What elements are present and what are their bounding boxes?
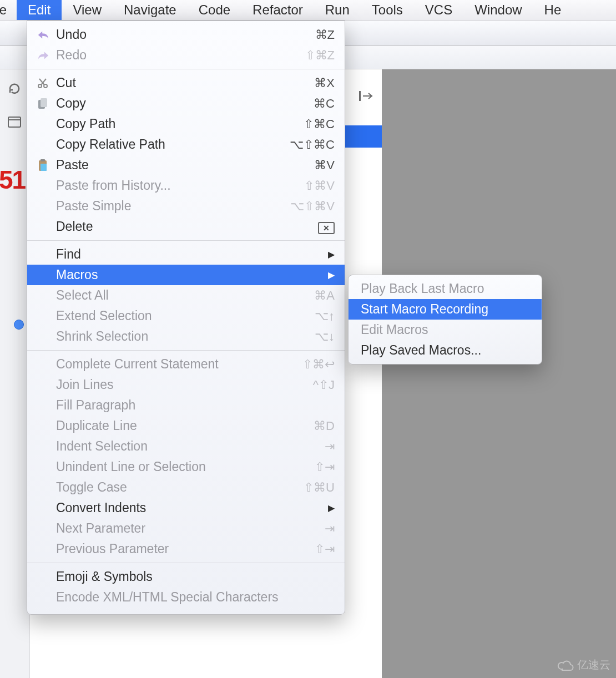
menu-item-copy[interactable]: Copy ⌘C bbox=[27, 93, 345, 114]
menubar-item-refactor[interactable]: Refactor bbox=[241, 0, 314, 21]
menu-item-extend-selection: Extend Selection ⌥↑ bbox=[27, 306, 345, 326]
menubar-item-run[interactable]: Run bbox=[314, 0, 361, 21]
submenu-item-edit-macros: Edit Macros bbox=[349, 320, 542, 340]
menu-item-shortcut: ⌘V bbox=[306, 158, 335, 173]
redo-icon bbox=[37, 50, 56, 60]
watermark: 亿速云 bbox=[557, 657, 610, 672]
menu-item-shortcut: ⇧⌘Z bbox=[297, 48, 335, 63]
menu-item-label: Paste Simple bbox=[56, 199, 282, 214]
menubar-item-edit[interactable]: Edit bbox=[17, 0, 62, 21]
menu-item-paste[interactable]: Paste ⌘V bbox=[27, 155, 345, 175]
menubar-item-label: Code bbox=[199, 2, 230, 17]
editor-area[interactable] bbox=[382, 69, 616, 678]
menubar-item-view[interactable]: View bbox=[62, 0, 113, 21]
cut-icon bbox=[37, 78, 56, 89]
menubar-item-window[interactable]: Window bbox=[463, 0, 533, 21]
menu-item-select-all: Select All ⌘A bbox=[27, 285, 345, 306]
menubar-item-help[interactable]: He bbox=[533, 0, 573, 21]
menu-item-delete[interactable]: Delete ✕ bbox=[27, 216, 345, 237]
menu-item-label: Copy Relative Path bbox=[56, 137, 282, 152]
submenu-item-start-macro-recording[interactable]: Start Macro Recording bbox=[349, 299, 542, 320]
menu-item-label: Macros bbox=[56, 267, 321, 282]
menubar-item-label: He bbox=[544, 2, 562, 17]
submenu-item-label: Edit Macros bbox=[361, 322, 428, 337]
menu-item-fill-paragraph: Fill Paragraph bbox=[27, 395, 345, 416]
menubar-item-label: Edit bbox=[28, 2, 51, 17]
line-number-fragment: 51 bbox=[0, 165, 25, 195]
menu-item-label: Undo bbox=[56, 27, 307, 42]
menu-item-join-lines: Join Lines ^⇧J bbox=[27, 375, 345, 395]
menu-item-label: Indent Selection bbox=[56, 439, 317, 454]
cloud-icon bbox=[557, 659, 574, 671]
menubar-item-label: Navigate bbox=[124, 2, 176, 17]
menu-item-shortcut: ⌥↓ bbox=[307, 330, 335, 344]
menubar-item-code[interactable]: Code bbox=[188, 0, 241, 21]
menu-item-shortcut: ⌘D bbox=[306, 419, 335, 433]
menu-item-label: Extend Selection bbox=[56, 308, 307, 323]
menu-item-cut[interactable]: Cut ⌘X bbox=[27, 73, 345, 93]
menu-item-unindent-line-or-selection: Unindent Line or Selection ⇧⇥ bbox=[27, 457, 345, 477]
menu-item-toggle-case: Toggle Case ⇧⌘U bbox=[27, 477, 345, 498]
menu-item-shortcut: ⌘Z bbox=[307, 28, 335, 42]
menu-item-shortcut: ⇥ bbox=[317, 522, 335, 536]
menubar-item-file[interactable]: ile bbox=[0, 0, 17, 21]
menu-item-label: Paste bbox=[56, 158, 306, 173]
menu-item-macros[interactable]: Macros ▶ bbox=[27, 265, 345, 285]
delete-box-icon: ✕ bbox=[310, 220, 335, 234]
menu-item-label: Select All bbox=[56, 288, 306, 303]
menubar-item-navigate[interactable]: Navigate bbox=[113, 0, 188, 21]
menu-item-label: Redo bbox=[56, 48, 297, 63]
menu-item-label: Join Lines bbox=[56, 377, 305, 392]
menubar-item-vcs[interactable]: VCS bbox=[414, 0, 463, 21]
menu-item-label: Encode XML/HTML Special Characters bbox=[56, 590, 335, 605]
menubar-item-tools[interactable]: Tools bbox=[361, 0, 414, 21]
menu-item-shortcut: ⌘A bbox=[306, 289, 335, 303]
menu-item-label: Cut bbox=[56, 75, 306, 90]
menu-separator bbox=[27, 240, 345, 241]
menu-item-shortcut: ^⇧J bbox=[305, 378, 335, 392]
menu-item-label: Copy Path bbox=[56, 117, 296, 131]
menubar-item-label: Run bbox=[325, 2, 350, 17]
svg-rect-7 bbox=[41, 98, 47, 107]
menu-item-shrink-selection: Shrink Selection ⌥↓ bbox=[27, 326, 345, 347]
refresh-icon[interactable] bbox=[3, 82, 26, 99]
menu-item-convert-indents[interactable]: Convert Indents ▶ bbox=[27, 498, 345, 518]
menu-item-label: Unindent Line or Selection bbox=[56, 459, 307, 474]
macros-submenu: Play Back Last Macro Start Macro Recordi… bbox=[348, 275, 542, 365]
menu-item-label: Emoji & Symbols bbox=[56, 569, 335, 584]
menu-item-copy-relative-path[interactable]: Copy Relative Path ⌥⇧⌘C bbox=[27, 134, 345, 155]
undo-icon bbox=[37, 30, 56, 40]
menu-separator bbox=[27, 69, 345, 69]
menu-item-label: Complete Current Statement bbox=[56, 357, 295, 372]
menu-item-shortcut: ⌘X bbox=[306, 76, 335, 90]
menu-item-shortcut: ⇧⌘↩ bbox=[295, 357, 335, 372]
menu-item-emoji-and-symbols[interactable]: Emoji & Symbols bbox=[27, 566, 345, 587]
menu-item-label: Previous Parameter bbox=[56, 542, 307, 556]
menu-item-label: Toggle Case bbox=[56, 480, 296, 495]
menubar-item-label: ile bbox=[0, 2, 7, 17]
menu-item-find[interactable]: Find ▶ bbox=[27, 244, 345, 265]
menubar-item-label: Refactor bbox=[253, 2, 303, 17]
menu-item-undo[interactable]: Undo ⌘Z bbox=[27, 24, 345, 45]
menu-item-label: Duplicate Line bbox=[56, 418, 306, 433]
submenu-item-play-back-last-macro: Play Back Last Macro bbox=[349, 279, 542, 299]
svg-rect-10 bbox=[41, 164, 47, 171]
menu-item-label: Copy bbox=[56, 96, 306, 111]
menu-item-shortcut: ⇧⌘U bbox=[296, 480, 335, 495]
menu-item-shortcut: ⇧⌘V bbox=[296, 179, 335, 193]
svg-rect-1 bbox=[8, 117, 21, 127]
menu-item-label: Paste from History... bbox=[56, 178, 296, 193]
menubar-item-label: View bbox=[73, 2, 102, 17]
menu-item-label: Fill Paragraph bbox=[56, 398, 327, 413]
menu-item-indent-selection: Indent Selection ⇥ bbox=[27, 436, 345, 457]
menu-item-shortcut: ⇧⌘C bbox=[296, 117, 335, 131]
menu-separator bbox=[27, 350, 345, 351]
paste-icon bbox=[37, 159, 56, 171]
submenu-arrow-icon: ▶ bbox=[328, 270, 335, 280]
menu-item-paste-simple: Paste Simple ⌥⇧⌘V bbox=[27, 196, 345, 216]
menu-item-copy-path[interactable]: Copy Path ⇧⌘C bbox=[27, 114, 345, 134]
panel-toggle-icon[interactable] bbox=[352, 85, 383, 107]
menu-item-shortcut: ⌥⇧⌘V bbox=[282, 199, 335, 214]
menu-item-shortcut: ⇧⇥ bbox=[307, 460, 335, 474]
submenu-item-play-saved-macros[interactable]: Play Saved Macros... bbox=[349, 340, 542, 361]
